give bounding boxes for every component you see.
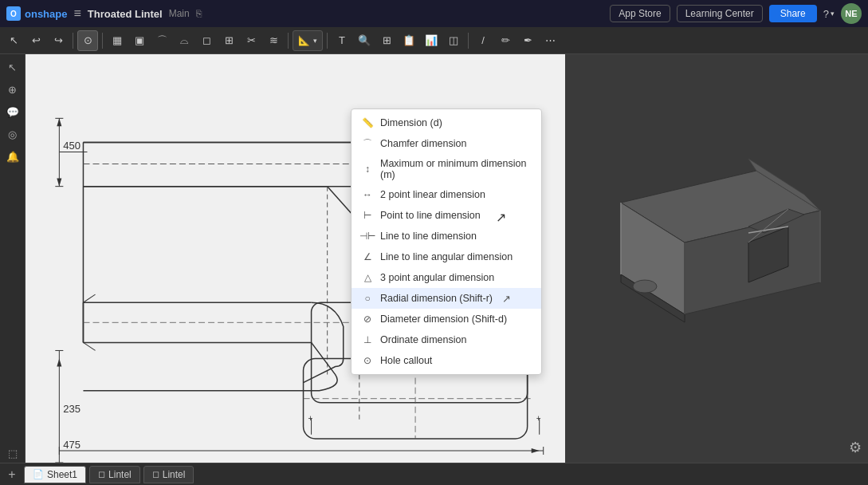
menu-item-hole-callout[interactable]: ⊙Hole callout <box>352 350 541 371</box>
toolbar: ↖ ↩ ↪ ⊙ ▦ ▣ ⌒ ⌓ ◻ ⊞ ✂ ≋ 📐 ▾ T 🔍 <box>0 27 868 54</box>
menu-icon-ordinate: ⊥ <box>361 333 374 346</box>
logo[interactable]: O onshape <box>6 6 67 21</box>
select-tool-button[interactable]: ↖ <box>3 30 24 51</box>
menu-item-ordinate[interactable]: ⊥Ordinate dimension <box>352 329 541 350</box>
cursor-indicator: ↗ <box>502 293 511 305</box>
box-tool-button[interactable]: ▣ <box>129 30 150 51</box>
dimension-dropdown-button[interactable]: 📐 ▾ <box>293 30 323 51</box>
menu-label-dimension: Dimension (d) <box>380 117 442 128</box>
menu-icon-hole-callout: ⊙ <box>361 354 374 367</box>
menu-item-diameter[interactable]: ⊘Diameter dimension (Shift-d) <box>352 309 541 329</box>
menu-item-chamfer[interactable]: ⌒Chamfer dimension <box>352 133 541 154</box>
svg-point-50 <box>633 280 657 293</box>
3d-model-content <box>565 54 868 463</box>
dimension-ruler-icon: 📐 <box>298 35 310 46</box>
redo-button[interactable]: ↪ <box>48 30 69 51</box>
menu-label-radial: Radial dimension (Shift-r) <box>380 293 493 304</box>
curve-icon: ⌒ <box>157 34 167 48</box>
undo-button[interactable]: ↩ <box>26 30 46 51</box>
menu-icon-dimension: 📏 <box>361 116 374 129</box>
offset-tool-button[interactable]: ≋ <box>263 30 284 51</box>
svg-text:235: 235 <box>63 403 81 415</box>
lintel2-tab-label: Lintel <box>163 469 186 480</box>
callout-tool-button[interactable]: 📊 <box>421 30 442 51</box>
3d-view-panel[interactable]: ⚙ <box>565 54 868 463</box>
separator-5 <box>468 33 469 49</box>
header: O onshape ≡ Throated Lintel Main ⎘ App S… <box>0 0 868 27</box>
tab-sheet1[interactable]: 📄 Sheet1 <box>24 466 86 483</box>
view-tool-button[interactable]: ◫ <box>443 30 464 51</box>
tab-lintel-1[interactable]: ◻ Lintel <box>89 466 140 483</box>
line-tool-button[interactable]: / <box>473 30 493 51</box>
menu-icon-3point-angular: △ <box>361 271 374 284</box>
menu-label-hole-callout: Hole callout <box>380 355 432 366</box>
separator-3 <box>288 33 289 49</box>
lintel1-tab-label: Lintel <box>108 469 132 480</box>
main-area: ↖ ⊕ 💬 ◎ 🔔 ⬚ 450 <box>0 54 868 463</box>
user-avatar[interactable]: NE <box>841 3 862 24</box>
sidebar-add-icon[interactable]: ⊕ <box>3 80 22 99</box>
menu-item-angular[interactable]: ∠Line to line angular dimension <box>352 246 541 267</box>
pattern-tool-button[interactable]: ⊞ <box>218 30 239 51</box>
lintel1-tab-icon: ◻ <box>98 469 105 479</box>
note-tool-button[interactable]: 📋 <box>399 30 419 51</box>
add-tab-button[interactable]: + <box>3 466 21 483</box>
menu-item-max-min[interactable]: ↕Maximum or minimum dimension (m) <box>352 154 541 184</box>
trim-icon: ✂ <box>247 34 256 46</box>
cursor-icon: ↖ <box>10 34 18 46</box>
menu-icon-chamfer: ⌒ <box>361 137 374 150</box>
drawing-area[interactable]: 450 <box>26 54 565 463</box>
doc-icon[interactable]: ⎘ <box>196 8 202 19</box>
menu-item-point-line[interactable]: ⊢Point to line dimension <box>352 205 541 226</box>
menu-item-radial[interactable]: ○Radial dimension (Shift-r)↗ <box>352 288 541 309</box>
app-store-button[interactable]: App Store <box>610 5 670 22</box>
menu-icon-line-line: ⊣⊢ <box>361 230 374 242</box>
help-chevron-icon: ▾ <box>831 10 835 18</box>
offset-icon: ≋ <box>269 34 278 46</box>
help-icon: ? <box>823 8 829 20</box>
menu-icon-angular: ∠ <box>361 250 374 263</box>
sidebar-comment-icon[interactable]: 💬 <box>3 102 22 121</box>
svg-text:+: + <box>536 414 541 423</box>
3d-model-svg <box>573 139 860 378</box>
shape-tool-button[interactable]: ◻ <box>196 30 217 51</box>
text-icon: T <box>339 34 345 46</box>
sidebar-notification-icon[interactable]: 🔔 <box>3 147 22 166</box>
grid-tool-button[interactable]: ▦ <box>107 30 128 51</box>
pen-icon: ✏ <box>501 34 510 46</box>
text-tool-button[interactable]: T <box>332 30 352 51</box>
redo-icon: ↪ <box>54 34 63 46</box>
curve-tool-button[interactable]: ⌒ <box>151 30 172 51</box>
trim-tool-button[interactable]: ✂ <box>241 30 261 51</box>
sheet1-tab-label: Sheet1 <box>47 469 77 480</box>
menu-item-2point[interactable]: ↔2 point linear dimension <box>352 184 541 205</box>
learning-center-button[interactable]: Learning Center <box>677 5 763 22</box>
more-tools-button[interactable]: ⋯ <box>540 30 560 51</box>
sidebar-export-icon[interactable]: ⬚ <box>3 444 22 463</box>
circle-tool-button[interactable]: ⊙ <box>77 30 98 51</box>
search-tool-button[interactable]: 🔍 <box>354 30 375 51</box>
menu-label-max-min: Maximum or minimum dimension (m) <box>380 158 532 180</box>
menu-item-dimension[interactable]: 📏Dimension (d) <box>352 112 541 133</box>
hamburger-menu-icon[interactable]: ≡ <box>73 6 81 21</box>
sidebar-history-icon[interactable]: ◎ <box>3 124 22 144</box>
grid-icon: ▦ <box>112 34 122 46</box>
sketch-tool-button[interactable]: ✒ <box>517 30 538 51</box>
menu-item-line-line[interactable]: ⊣⊢Line to line dimension <box>352 226 541 246</box>
onshape-logo-icon: O <box>6 6 21 21</box>
separator-2 <box>102 33 103 49</box>
help-button[interactable]: ? ▾ <box>823 8 835 20</box>
circle-icon: ⊙ <box>84 34 92 46</box>
separator-4 <box>327 33 328 49</box>
left-sidebar: ↖ ⊕ 💬 ◎ 🔔 ⬚ <box>0 54 26 463</box>
table-tool-button[interactable]: ⊞ <box>376 30 397 51</box>
tab-lintel-2[interactable]: ◻ Lintel <box>143 466 194 483</box>
pen-tool-button[interactable]: ✏ <box>495 30 516 51</box>
callout-icon: 📊 <box>425 34 438 46</box>
share-button[interactable]: Share <box>769 5 817 22</box>
sidebar-select-icon[interactable]: ↖ <box>3 57 22 77</box>
arc-tool-button[interactable]: ⌓ <box>174 30 194 51</box>
menu-item-3point-angular[interactable]: △3 point angular dimension <box>352 267 541 288</box>
svg-text:475: 475 <box>63 439 81 451</box>
3d-settings-icon[interactable]: ⚙ <box>849 439 862 456</box>
